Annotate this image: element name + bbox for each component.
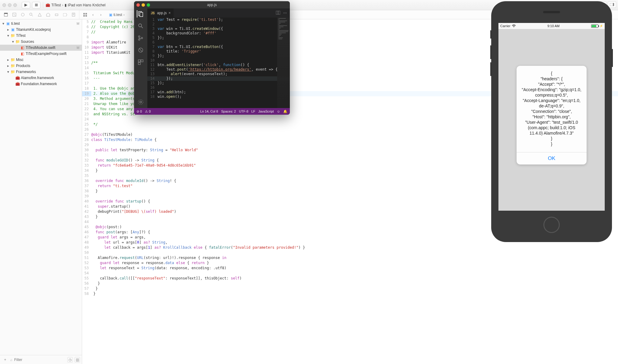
debug-navigator-icon[interactable] (53, 11, 60, 18)
issue-navigator-icon[interactable] (36, 11, 43, 18)
related-items-icon[interactable] (82, 11, 88, 18)
volume-down-button[interactable] (490, 62, 491, 76)
chevron-right-icon: › (62, 3, 63, 7)
close-window-icon[interactable] (2, 3, 6, 7)
tree-item[interactable]: ▾📁Sources (0, 39, 82, 45)
git-icon[interactable] (137, 34, 144, 42)
extensions-icon[interactable] (137, 59, 144, 66)
svg-rect-37 (138, 62, 140, 65)
tree-item[interactable]: 🧰Alamofire.framework (0, 75, 82, 81)
tab-close-icon[interactable]: × (168, 11, 171, 15)
svg-point-42 (513, 27, 514, 27)
scm-filter-icon[interactable]: ▥ (75, 357, 80, 362)
svg-rect-25 (85, 15, 87, 17)
xcode-project-icon: ▣ (5, 21, 10, 26)
vscode-window[interactable]: app.js JS app.js × ⋯ (134, 1, 290, 115)
minimize-window-icon[interactable] (8, 3, 11, 7)
tree-item[interactable]: ▸📁Products (0, 63, 82, 69)
tree-item-label: Foundation.framework (21, 82, 79, 86)
svg-point-28 (139, 24, 142, 27)
gear-icon[interactable] (137, 98, 144, 106)
svg-rect-23 (85, 13, 87, 14)
tree-item-label: Alamofire.framework (21, 76, 79, 80)
explorer-icon[interactable] (137, 10, 144, 18)
indent-setting[interactable]: Spaces: 2 (221, 110, 236, 113)
home-button[interactable] (543, 217, 560, 233)
tree-item[interactable]: 🧰Foundation.framework (0, 81, 82, 87)
find-navigator-icon[interactable] (28, 11, 34, 18)
mute-switch[interactable] (490, 30, 491, 39)
filter-icon: ⌕ (10, 358, 12, 362)
vscode-code-area[interactable]: 1var Test = require('ti.test');23var win… (147, 18, 290, 108)
tree-item-label: Frameworks (16, 70, 79, 74)
report-navigator-icon[interactable] (70, 11, 77, 18)
eol[interactable]: LF (251, 110, 255, 113)
zoom-window-icon[interactable] (13, 3, 17, 7)
svg-rect-22 (83, 13, 85, 14)
encoding[interactable]: UTF-8 (239, 110, 248, 113)
tree-item-label: TiTestModule.swift (26, 46, 75, 50)
feedback-icon[interactable]: ☺ (277, 110, 280, 113)
minimap[interactable] (277, 18, 290, 108)
stop-button[interactable] (32, 2, 40, 8)
ios-statusbar: Carrier 9:10 AM ⚡ (498, 23, 605, 29)
project-navigator-icon[interactable] (2, 11, 9, 18)
errors-count[interactable]: ⊘0 (136, 110, 142, 113)
device-name: iPad von Hans Knöchel (68, 3, 106, 7)
add-icon[interactable]: ＋ (2, 356, 8, 363)
power-button[interactable] (612, 49, 613, 67)
ios-simulator: Carrier 9:10 AM ⚡ { "headers": { "Accept… (491, 1, 612, 242)
recent-filter-icon[interactable]: ◷ (67, 357, 73, 362)
tab-label: app.js (157, 11, 167, 15)
vscode-window-title: app.js (134, 3, 290, 7)
chevron-right-icon: › (123, 13, 125, 17)
tree-item[interactable]: ▸▣TitaniumKit.xcodeproj (0, 27, 82, 33)
test-navigator-icon[interactable] (45, 11, 51, 18)
nav-forward-icon[interactable]: › (98, 11, 104, 18)
cursor-position[interactable]: Ln 14, Col 8 (200, 110, 218, 113)
nav-back-icon[interactable]: ‹ (90, 11, 96, 18)
debug-icon[interactable] (137, 46, 144, 54)
tree-item[interactable]: ◧TiTestModule.swiftM (0, 45, 82, 51)
vscode-activity-bar (134, 8, 147, 108)
vscode-tabs: JS app.js × ⋯ (147, 8, 290, 18)
scheme-selector[interactable]: 🧰 TiTest › ▮ iPad von Hans Knöchel (46, 3, 105, 7)
tree-item[interactable]: ▾📁TiTest (0, 33, 82, 39)
more-actions-icon[interactable]: ⋯ (283, 11, 287, 15)
folder-icon: 📁 (15, 40, 20, 44)
symbol-navigator-icon[interactable] (19, 11, 26, 18)
tree-item-label: Sources (21, 40, 79, 44)
window-traffic-lights (2, 3, 17, 7)
svg-point-13 (30, 13, 32, 15)
jump-bar[interactable]: ▣ ti.test › (107, 10, 127, 19)
source-control-navigator-icon[interactable] (11, 11, 18, 18)
warnings-count[interactable]: ⚠0 (145, 110, 151, 113)
vscode-tab-appjs[interactable]: JS app.js × (147, 8, 174, 18)
navigator-footer: ＋ ⌕ ◷ ▥ (0, 355, 82, 364)
volume-up-button[interactable] (490, 45, 491, 59)
bell-icon[interactable]: 🔔 (283, 110, 287, 113)
alert-ok-button[interactable]: OK (517, 152, 587, 164)
simulator-screen[interactable]: Carrier 9:10 AM ⚡ { "headers": { "Accept… (498, 23, 605, 211)
tree-item[interactable]: ▾📁Frameworks (0, 69, 82, 75)
split-editor-icon[interactable] (276, 11, 280, 15)
project-root-label: ti.test (11, 21, 75, 26)
run-button[interactable] (22, 2, 30, 8)
project-root[interactable]: ▾ ▣ ti.test M (0, 21, 82, 27)
device-icon: ▮ (65, 3, 67, 7)
tree-item[interactable]: ◧TiTestExampleProxy.swift (0, 51, 82, 57)
search-icon[interactable] (137, 22, 144, 30)
project-navigator: ▾ ▣ ti.test M ▸▣TitaniumKit.xcodeproj▾📁T… (0, 19, 82, 364)
vscode-titlebar[interactable]: app.js (134, 1, 290, 8)
language-mode[interactable]: JavaScript (258, 110, 274, 113)
svg-point-39 (138, 100, 143, 104)
speaker-icon (543, 11, 560, 13)
file-tree[interactable]: ▾ ▣ ti.test M ▸▣TitaniumKit.xcodeproj▾📁T… (0, 19, 82, 355)
breakpoint-navigator-icon[interactable] (62, 11, 68, 18)
jump-bar-root: ti.test (114, 13, 122, 17)
tree-item[interactable]: ▸📁Misc (0, 57, 82, 63)
filter-input[interactable] (14, 358, 66, 362)
svg-point-38 (140, 101, 142, 103)
xcode-project-icon: ▣ (10, 27, 15, 32)
svg-line-29 (141, 27, 143, 28)
